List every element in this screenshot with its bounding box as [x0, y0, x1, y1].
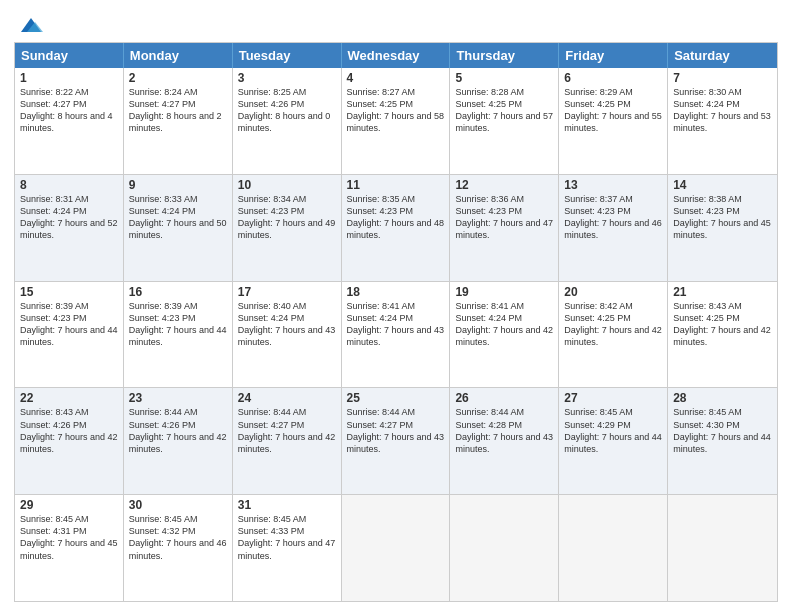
- daylight: Daylight: 7 hours and 43 minutes.: [347, 325, 445, 347]
- day-info: Sunrise: 8:27 AMSunset: 4:25 PMDaylight:…: [347, 86, 445, 135]
- day-number: 27: [564, 391, 662, 405]
- day-number: 1: [20, 71, 118, 85]
- day-info: Sunrise: 8:45 AMSunset: 4:30 PMDaylight:…: [673, 406, 772, 455]
- daylight: Daylight: 7 hours and 42 minutes.: [129, 432, 227, 454]
- sunrise: Sunrise: 8:35 AM: [347, 194, 416, 204]
- sunset: Sunset: 4:33 PM: [238, 526, 305, 536]
- daylight: Daylight: 7 hours and 44 minutes.: [20, 325, 118, 347]
- sunrise: Sunrise: 8:34 AM: [238, 194, 307, 204]
- day-cell-17: 17Sunrise: 8:40 AMSunset: 4:24 PMDayligh…: [233, 282, 342, 388]
- sunrise: Sunrise: 8:24 AM: [129, 87, 198, 97]
- day-number: 5: [455, 71, 553, 85]
- sunrise: Sunrise: 8:44 AM: [238, 407, 307, 417]
- daylight: Daylight: 7 hours and 57 minutes.: [455, 111, 553, 133]
- day-cell-6: 6Sunrise: 8:29 AMSunset: 4:25 PMDaylight…: [559, 68, 668, 174]
- daylight: Daylight: 7 hours and 48 minutes.: [347, 218, 445, 240]
- day-info: Sunrise: 8:41 AMSunset: 4:24 PMDaylight:…: [455, 300, 553, 349]
- daylight: Daylight: 7 hours and 50 minutes.: [129, 218, 227, 240]
- day-number: 18: [347, 285, 445, 299]
- day-cell-9: 9Sunrise: 8:33 AMSunset: 4:24 PMDaylight…: [124, 175, 233, 281]
- sunrise: Sunrise: 8:45 AM: [129, 514, 198, 524]
- daylight: Daylight: 7 hours and 45 minutes.: [20, 538, 118, 560]
- daylight: Daylight: 7 hours and 49 minutes.: [238, 218, 336, 240]
- sunset: Sunset: 4:27 PM: [129, 99, 196, 109]
- header-day-thursday: Thursday: [450, 43, 559, 68]
- day-info: Sunrise: 8:35 AMSunset: 4:23 PMDaylight:…: [347, 193, 445, 242]
- daylight: Daylight: 7 hours and 55 minutes.: [564, 111, 662, 133]
- header-day-friday: Friday: [559, 43, 668, 68]
- day-number: 31: [238, 498, 336, 512]
- day-cell-27: 27Sunrise: 8:45 AMSunset: 4:29 PMDayligh…: [559, 388, 668, 494]
- sunset: Sunset: 4:24 PM: [673, 99, 740, 109]
- daylight: Daylight: 7 hours and 42 minutes.: [455, 325, 553, 347]
- day-number: 17: [238, 285, 336, 299]
- sunset: Sunset: 4:25 PM: [564, 313, 631, 323]
- day-info: Sunrise: 8:22 AMSunset: 4:27 PMDaylight:…: [20, 86, 118, 135]
- day-number: 2: [129, 71, 227, 85]
- day-cell-8: 8Sunrise: 8:31 AMSunset: 4:24 PMDaylight…: [15, 175, 124, 281]
- sunrise: Sunrise: 8:29 AM: [564, 87, 633, 97]
- day-cell-4: 4Sunrise: 8:27 AMSunset: 4:25 PMDaylight…: [342, 68, 451, 174]
- day-cell-2: 2Sunrise: 8:24 AMSunset: 4:27 PMDaylight…: [124, 68, 233, 174]
- day-number: 19: [455, 285, 553, 299]
- day-info: Sunrise: 8:44 AMSunset: 4:27 PMDaylight:…: [238, 406, 336, 455]
- sunrise: Sunrise: 8:39 AM: [129, 301, 198, 311]
- sunset: Sunset: 4:28 PM: [455, 420, 522, 430]
- day-info: Sunrise: 8:25 AMSunset: 4:26 PMDaylight:…: [238, 86, 336, 135]
- empty-cell-4-4: [450, 495, 559, 601]
- week-row-4: 22Sunrise: 8:43 AMSunset: 4:26 PMDayligh…: [15, 388, 777, 495]
- day-info: Sunrise: 8:44 AMSunset: 4:26 PMDaylight:…: [129, 406, 227, 455]
- sunrise: Sunrise: 8:45 AM: [564, 407, 633, 417]
- daylight: Daylight: 7 hours and 42 minutes.: [673, 325, 771, 347]
- week-row-1: 1Sunrise: 8:22 AMSunset: 4:27 PMDaylight…: [15, 68, 777, 175]
- daylight: Daylight: 7 hours and 47 minutes.: [455, 218, 553, 240]
- sunrise: Sunrise: 8:44 AM: [347, 407, 416, 417]
- daylight: Daylight: 7 hours and 52 minutes.: [20, 218, 118, 240]
- week-row-5: 29Sunrise: 8:45 AMSunset: 4:31 PMDayligh…: [15, 495, 777, 601]
- header: [14, 10, 778, 36]
- day-info: Sunrise: 8:43 AMSunset: 4:25 PMDaylight:…: [673, 300, 772, 349]
- week-row-3: 15Sunrise: 8:39 AMSunset: 4:23 PMDayligh…: [15, 282, 777, 389]
- logo: [14, 14, 45, 36]
- sunset: Sunset: 4:24 PM: [20, 206, 87, 216]
- sunrise: Sunrise: 8:44 AM: [129, 407, 198, 417]
- day-info: Sunrise: 8:44 AMSunset: 4:27 PMDaylight:…: [347, 406, 445, 455]
- sunset: Sunset: 4:23 PM: [20, 313, 87, 323]
- day-cell-20: 20Sunrise: 8:42 AMSunset: 4:25 PMDayligh…: [559, 282, 668, 388]
- day-info: Sunrise: 8:37 AMSunset: 4:23 PMDaylight:…: [564, 193, 662, 242]
- sunset: Sunset: 4:24 PM: [347, 313, 414, 323]
- day-cell-19: 19Sunrise: 8:41 AMSunset: 4:24 PMDayligh…: [450, 282, 559, 388]
- day-number: 20: [564, 285, 662, 299]
- day-number: 13: [564, 178, 662, 192]
- day-info: Sunrise: 8:45 AMSunset: 4:29 PMDaylight:…: [564, 406, 662, 455]
- day-info: Sunrise: 8:24 AMSunset: 4:27 PMDaylight:…: [129, 86, 227, 135]
- day-number: 15: [20, 285, 118, 299]
- empty-cell-4-6: [668, 495, 777, 601]
- daylight: Daylight: 7 hours and 44 minutes.: [673, 432, 771, 454]
- week-row-2: 8Sunrise: 8:31 AMSunset: 4:24 PMDaylight…: [15, 175, 777, 282]
- day-number: 3: [238, 71, 336, 85]
- header-day-sunday: Sunday: [15, 43, 124, 68]
- day-cell-30: 30Sunrise: 8:45 AMSunset: 4:32 PMDayligh…: [124, 495, 233, 601]
- sunrise: Sunrise: 8:22 AM: [20, 87, 89, 97]
- sunrise: Sunrise: 8:43 AM: [20, 407, 89, 417]
- day-info: Sunrise: 8:45 AMSunset: 4:32 PMDaylight:…: [129, 513, 227, 562]
- daylight: Daylight: 7 hours and 42 minutes.: [564, 325, 662, 347]
- day-cell-25: 25Sunrise: 8:44 AMSunset: 4:27 PMDayligh…: [342, 388, 451, 494]
- daylight: Daylight: 7 hours and 46 minutes.: [129, 538, 227, 560]
- day-info: Sunrise: 8:42 AMSunset: 4:25 PMDaylight:…: [564, 300, 662, 349]
- sunset: Sunset: 4:25 PM: [347, 99, 414, 109]
- header-day-wednesday: Wednesday: [342, 43, 451, 68]
- daylight: Daylight: 7 hours and 43 minutes.: [347, 432, 445, 454]
- empty-cell-4-3: [342, 495, 451, 601]
- day-cell-7: 7Sunrise: 8:30 AMSunset: 4:24 PMDaylight…: [668, 68, 777, 174]
- sunset: Sunset: 4:27 PM: [347, 420, 414, 430]
- calendar-header: SundayMondayTuesdayWednesdayThursdayFrid…: [15, 43, 777, 68]
- logo-icon: [17, 14, 45, 36]
- sunset: Sunset: 4:24 PM: [455, 313, 522, 323]
- day-info: Sunrise: 8:36 AMSunset: 4:23 PMDaylight:…: [455, 193, 553, 242]
- daylight: Daylight: 7 hours and 46 minutes.: [564, 218, 662, 240]
- day-number: 9: [129, 178, 227, 192]
- day-number: 4: [347, 71, 445, 85]
- day-number: 21: [673, 285, 772, 299]
